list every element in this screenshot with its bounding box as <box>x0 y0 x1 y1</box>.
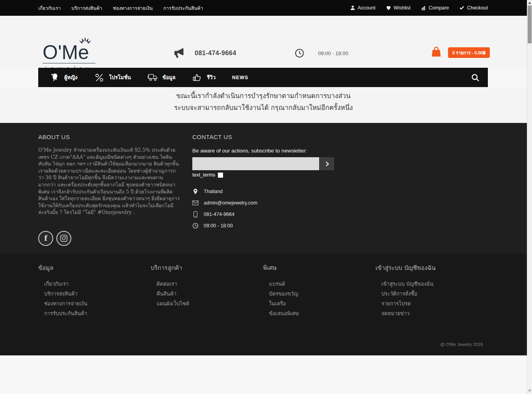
nav-item-information[interactable]: ข้อมูล <box>139 68 184 87</box>
search-button[interactable] <box>463 68 488 87</box>
newsletter-email-input[interactable] <box>192 157 319 170</box>
terms-label: text_terms <box>192 172 215 178</box>
topbar: เกี่ยวกับเรา บริการส่งสินค้า ช่องทางการจ… <box>0 0 527 16</box>
percent-icon <box>94 73 104 82</box>
contact-item-location: Thailand <box>192 186 334 197</box>
topbar-link-about[interactable]: เกี่ยวกับเรา <box>38 4 61 12</box>
footer-link-returns[interactable]: คืนสินค้า <box>151 289 263 299</box>
footer-column-title: บริการลูกค้า <box>151 263 263 273</box>
header-phone-number: 081-474-9664 <box>195 50 236 57</box>
nav-label-news: NEWS <box>232 75 249 80</box>
footer-link-sitemap[interactable]: แผนผังเว็บไซต์ <box>151 299 263 309</box>
nav-label-promotion: โปรโมชั่น <box>109 73 131 82</box>
about-us-section: ABOUT US O'Me Jewelry จำหน่ายเครื่องประด… <box>38 134 180 246</box>
contact-us-title: CONTACT US <box>192 134 334 140</box>
wishlist-link[interactable]: Wishlist <box>386 5 411 11</box>
newsletter-form <box>192 157 334 170</box>
contact-item-phone: 081-474-9664 <box>192 208 334 220</box>
footer-link-brands[interactable]: แบรนด์ <box>263 279 376 289</box>
topbar-link-delivery[interactable]: บริการส่งสินค้า <box>71 4 102 12</box>
footer-link-newsletter[interactable]: จดหมายข่าว <box>376 309 488 318</box>
search-icon <box>471 73 480 82</box>
account-label: Account <box>358 5 376 11</box>
footer-link-payment[interactable]: ช่องทางการจ่ายเงิน <box>38 299 151 309</box>
crown-icon <box>78 36 92 48</box>
social-links: f <box>38 231 180 246</box>
instagram-icon <box>60 234 68 242</box>
cart-group: 0 รายการ - 0.00฿ <box>430 46 490 58</box>
footer-link-affiliates[interactable]: ในเครือ <box>263 299 376 309</box>
logo[interactable]: O'Me jewelry <box>43 43 95 72</box>
facebook-icon: f <box>44 234 47 242</box>
nav-label-information: ข้อมูล <box>162 73 175 82</box>
footer-link-warranty[interactable]: การรับประกันสินค้า <box>38 309 151 318</box>
contact-us-section: CONTACT US Be aware of our actions, subs… <box>192 134 334 246</box>
arrow-right-icon <box>324 161 330 167</box>
topbar-link-payment[interactable]: ช่องทางการจ่ายเงิน <box>113 4 153 12</box>
heart-icon <box>386 5 391 11</box>
newsletter-label: Be aware of our actions, subscribe to ne… <box>192 148 334 154</box>
footer-link-wishlist[interactable]: รายการโปรด <box>376 299 488 309</box>
nav-item-news[interactable]: NEWS <box>224 68 257 87</box>
scroll-down-arrow[interactable] <box>528 390 531 392</box>
vertical-scrollbar[interactable] <box>527 0 532 394</box>
footer-column-title: พิเศษ <box>263 263 376 273</box>
footer-link-contact[interactable]: ติดต่อเรา <box>151 279 263 289</box>
footer-column-title: เข้าสู่ระบบ บัญชีของฉัน <box>376 263 488 273</box>
header: O'Me jewelry 081-474-9664 09:00 - 18:00 <box>0 16 527 68</box>
checkout-label: Checkout <box>467 5 488 11</box>
footer-link-about[interactable]: เกี่ยวกับเรา <box>38 279 151 289</box>
logo-text: O'Me <box>43 43 95 62</box>
megaphone-icon <box>172 47 185 59</box>
nav-item-women[interactable]: ผู้หญิง <box>38 68 86 87</box>
nav-item-reviews[interactable]: รีวิว <box>184 68 224 87</box>
account-link[interactable]: Account <box>350 5 376 11</box>
check-icon <box>459 5 465 11</box>
footer-top: ABOUT US O'Me Jewelry จำหน่ายเครื่องประด… <box>0 123 527 253</box>
contact-email-text: admin@omejewelry.com <box>204 200 257 206</box>
email-icon <box>192 200 199 206</box>
bar-chart-icon <box>421 5 426 11</box>
footer-column-account: เข้าสู่ระบบ บัญชีของฉัน เข้าสู่ระบบ บัญช… <box>376 263 488 318</box>
maintenance-line-1: ขณะนี้เรากำลังดำเนินการบำรุงรักษาตามกำหน… <box>0 90 527 102</box>
about-us-text: O'Me Jewelry จำหน่ายเครื่องประดับเงินแท้… <box>38 147 180 216</box>
contact-phone-text: 081-474-9664 <box>204 212 234 217</box>
contact-item-email: admin@omejewelry.com <box>192 197 334 208</box>
nav-item-promotion[interactable]: โปรโมชั่น <box>86 68 139 87</box>
mobile-icon <box>192 211 199 217</box>
header-hours-text: 09:00 - 18:00 <box>318 50 348 56</box>
compare-link[interactable]: Compare <box>421 5 449 11</box>
contact-hours-text: 09:00 - 18:00 <box>204 223 233 229</box>
topbar-link-warranty[interactable]: การรับประกันสินค้า <box>163 4 203 12</box>
footer-link-specials[interactable]: ข้อเสนอพิเศษ <box>263 309 376 318</box>
header-phone-group: 081-474-9664 <box>172 47 236 59</box>
footer-column-title: ข้อมูล <box>38 263 151 273</box>
clock-icon <box>295 48 304 58</box>
footer-link-login[interactable]: เข้าสู่ระบบ บัญชีของฉัน <box>376 279 488 289</box>
terms-checkbox[interactable] <box>218 173 223 178</box>
maintenance-line-2: ระบบจะสามารถกลับมาใช้งานได้ กรุณากลับมาใ… <box>0 102 527 113</box>
facebook-button[interactable]: f <box>38 231 53 246</box>
clock-small-icon <box>192 223 199 229</box>
newsletter-submit-button[interactable] <box>320 157 334 170</box>
copyright-text: @ O'Me Jewelry 2018 <box>440 342 483 347</box>
checkout-link[interactable]: Checkout <box>459 5 488 11</box>
scrollbar-thumb[interactable] <box>528 6 532 43</box>
footer-link-delivery[interactable]: บริการส่งสินค้า <box>38 289 151 299</box>
instagram-button[interactable] <box>56 231 71 246</box>
compare-label: Compare <box>429 5 449 11</box>
truck-icon <box>147 73 158 82</box>
footer-link-order-history[interactable]: ประวัติการสั่งซื้อ <box>376 289 488 299</box>
header-hours-group: 09:00 - 18:00 <box>295 48 348 58</box>
thumbs-up-icon <box>192 73 202 82</box>
cart-bag-icon[interactable] <box>430 46 442 58</box>
topbar-menu: เกี่ยวกับเรา บริการส่งสินค้า ช่องทางการจ… <box>38 4 203 12</box>
nav-label-reviews: รีวิว <box>207 73 216 82</box>
contact-location-text: Thailand <box>204 189 223 194</box>
topbar-account-menu: Account Wishlist Compare Checkout <box>350 5 488 11</box>
scroll-up-arrow[interactable] <box>528 2 531 4</box>
cart-button[interactable]: 0 รายการ - 0.00฿ <box>448 47 490 58</box>
footer-link-gift-cards[interactable]: บัตรของขวัญ <box>263 289 376 299</box>
contact-item-hours: 09:00 - 18:00 <box>192 220 334 231</box>
about-us-title: ABOUT US <box>38 134 180 140</box>
